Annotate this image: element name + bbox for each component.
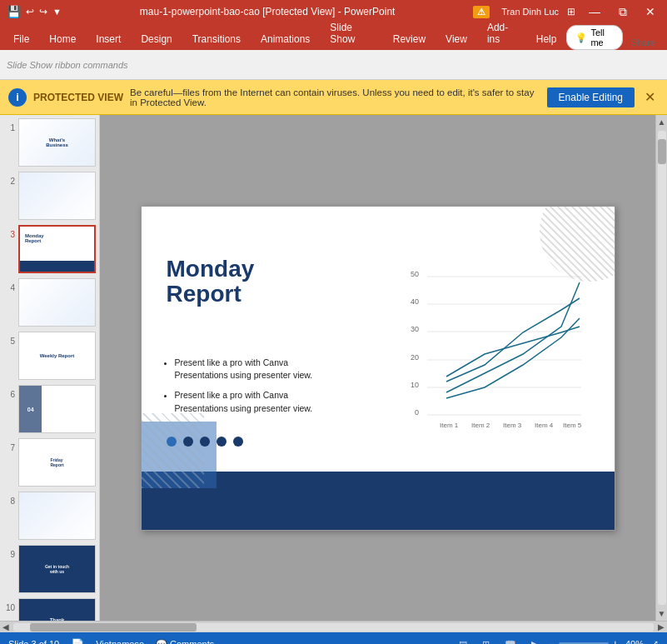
share-button[interactable]: Share bbox=[623, 35, 664, 50]
slide-thumb-2[interactable]: 2 bbox=[3, 172, 96, 220]
scroll-down-button[interactable]: ▼ bbox=[658, 607, 666, 621]
tab-help[interactable]: Help bbox=[526, 28, 567, 50]
slide-bullets: Present like a pro with Canva Presentati… bbox=[167, 357, 341, 422]
slide-num-10: 10 bbox=[3, 603, 15, 612]
slide-sorter-button[interactable]: ⊞ bbox=[478, 637, 494, 645]
tab-view[interactable]: View bbox=[436, 28, 477, 50]
dot-2 bbox=[183, 437, 193, 447]
main-layout: 1 What'sBusiness 2 3 MondayReport bbox=[0, 115, 667, 621]
zoom-in-button[interactable]: + bbox=[612, 637, 619, 644]
bullet-2: Present like a pro with Canva Presentati… bbox=[175, 389, 341, 416]
bullet-1: Present like a pro with Canva Presentati… bbox=[175, 357, 341, 383]
title-bar-left: 💾 ↩ ↪ ▼ bbox=[7, 5, 62, 18]
slide-thumb-6[interactable]: 6 04 bbox=[3, 385, 96, 433]
tab-home[interactable]: Home bbox=[39, 28, 86, 50]
scroll-thumb[interactable] bbox=[658, 139, 666, 164]
slide-preview-6: 04 bbox=[18, 385, 96, 433]
scroll-track bbox=[658, 131, 666, 605]
slide-preview-9: Get in touchwith us bbox=[18, 545, 96, 593]
normal-view-button[interactable]: ▤ bbox=[455, 637, 471, 645]
svg-text:Item 5: Item 5 bbox=[563, 422, 582, 429]
slide-thumb-9[interactable]: 9 Get in touchwith us bbox=[3, 545, 96, 593]
notes-icon[interactable]: 📄 bbox=[71, 638, 84, 645]
vertical-scrollbar: ▲ ▼ bbox=[655, 115, 667, 621]
tab-addins[interactable]: Add-ins bbox=[477, 17, 526, 50]
language: Vietnamese bbox=[96, 639, 144, 644]
slide-canvas: Monday Report Present like a pro with Ca… bbox=[141, 206, 615, 531]
scroll-left-button[interactable]: ◀ bbox=[0, 622, 12, 632]
slide-preview-10: ThankYou bbox=[18, 598, 96, 621]
protected-label: PROTECTED VIEW bbox=[33, 92, 123, 103]
undo-icon[interactable]: ↩ bbox=[26, 6, 34, 17]
zoom-controls: − + 40% bbox=[549, 637, 644, 644]
slide-title: Monday Report bbox=[167, 257, 255, 308]
slide-num-7: 7 bbox=[3, 443, 15, 452]
bottom-right-rect bbox=[531, 472, 615, 530]
slide-num-3: 3 bbox=[3, 230, 15, 239]
svg-text:0: 0 bbox=[415, 408, 419, 417]
slide-thumb-3[interactable]: 3 MondayReport [No Title] bbox=[3, 225, 96, 273]
slide-num-9: 9 bbox=[3, 550, 15, 559]
svg-text:Item 1: Item 1 bbox=[440, 422, 459, 429]
close-button[interactable]: ✕ bbox=[640, 3, 660, 20]
username: Tran Dinh Luc bbox=[501, 7, 559, 17]
slide-preview-7: FridayReport bbox=[18, 438, 96, 487]
tab-slideshow[interactable]: Slide Show bbox=[320, 17, 382, 50]
slide-preview-3: MondayReport bbox=[18, 225, 96, 273]
scroll-up-button[interactable]: ▲ bbox=[658, 115, 666, 129]
lightbulb-icon: 💡 bbox=[575, 32, 587, 43]
customize-icon[interactable]: ▼ bbox=[52, 7, 62, 17]
tab-insert[interactable]: Insert bbox=[86, 28, 131, 50]
horizontal-scrollbar: ◀ ▶ bbox=[0, 621, 667, 632]
tab-design[interactable]: Design bbox=[131, 28, 182, 50]
slide-thumb-4[interactable]: 4 bbox=[3, 278, 96, 327]
slide-thumb-8[interactable]: 8 bbox=[3, 492, 96, 540]
dot-3 bbox=[200, 437, 210, 447]
protected-view-icon: i bbox=[8, 88, 27, 107]
slide-num-8: 8 bbox=[3, 497, 15, 506]
reading-view-button[interactable]: 📖 bbox=[500, 637, 520, 645]
slide-thumb-7[interactable]: 7 FridayReport bbox=[3, 438, 96, 487]
slideshow-view-button[interactable]: ▶ bbox=[527, 637, 542, 645]
toolbar-placeholder: Slide Show ribbon commands bbox=[7, 60, 128, 70]
slide-preview-2 bbox=[18, 172, 96, 220]
slide-num-4: 4 bbox=[3, 283, 15, 292]
svg-text:20: 20 bbox=[411, 353, 419, 362]
title-grid-icon[interactable]: ⊞ bbox=[567, 6, 575, 17]
svg-text:50: 50 bbox=[411, 270, 419, 278]
zoom-level: 40% bbox=[625, 639, 644, 644]
slide-num-1: 1 bbox=[3, 123, 15, 132]
slide-count: Slide 3 of 10 bbox=[8, 639, 59, 644]
close-protected-bar-button[interactable]: ✕ bbox=[641, 89, 659, 105]
fit-slide-button[interactable]: ⤢ bbox=[650, 638, 659, 644]
slide-num-2: 2 bbox=[3, 177, 15, 186]
tab-review[interactable]: Review bbox=[383, 28, 436, 50]
restore-button[interactable]: ⧉ bbox=[614, 3, 632, 21]
slide-thumb-5[interactable]: 5 Weekly Report bbox=[3, 332, 96, 380]
svg-text:Item 2: Item 2 bbox=[471, 422, 490, 429]
slide-thumb-10[interactable]: 10 ThankYou bbox=[3, 598, 96, 621]
dot-4 bbox=[217, 437, 226, 447]
canvas-area: Monday Report Present like a pro with Ca… bbox=[100, 115, 655, 621]
enable-editing-button[interactable]: Enable Editing bbox=[547, 87, 635, 107]
tab-transitions[interactable]: Transitions bbox=[182, 28, 251, 50]
svg-text:40: 40 bbox=[411, 297, 419, 306]
tell-me-input[interactable]: 💡 Tell me bbox=[566, 25, 622, 50]
save-icon[interactable]: 💾 bbox=[7, 5, 21, 18]
slide-thumb-1[interactable]: 1 What'sBusiness bbox=[3, 118, 96, 167]
comments-button[interactable]: 💬 Comments bbox=[156, 639, 214, 645]
redo-icon[interactable]: ↪ bbox=[39, 6, 47, 17]
status-left: Slide 3 of 10 📄 Vietnamese 💬 Comments bbox=[8, 638, 214, 645]
tab-file[interactable]: File bbox=[3, 28, 39, 50]
scroll-right-button[interactable]: ▶ bbox=[655, 622, 667, 632]
slide-dots bbox=[167, 437, 243, 447]
zoom-out-button[interactable]: − bbox=[549, 637, 555, 644]
status-right: ▤ ⊞ 📖 ▶ − + 40% ⤢ bbox=[455, 637, 659, 645]
minimize-button[interactable]: — bbox=[584, 3, 605, 20]
tab-animations[interactable]: Animations bbox=[251, 28, 320, 50]
h-scroll-track bbox=[13, 623, 654, 632]
h-scroll-thumb[interactable] bbox=[30, 623, 197, 632]
slide-preview-8 bbox=[18, 492, 96, 540]
dot-1 bbox=[167, 437, 177, 447]
window-title: mau-1-powerpoint-bao-cao [Protected View… bbox=[140, 6, 396, 17]
